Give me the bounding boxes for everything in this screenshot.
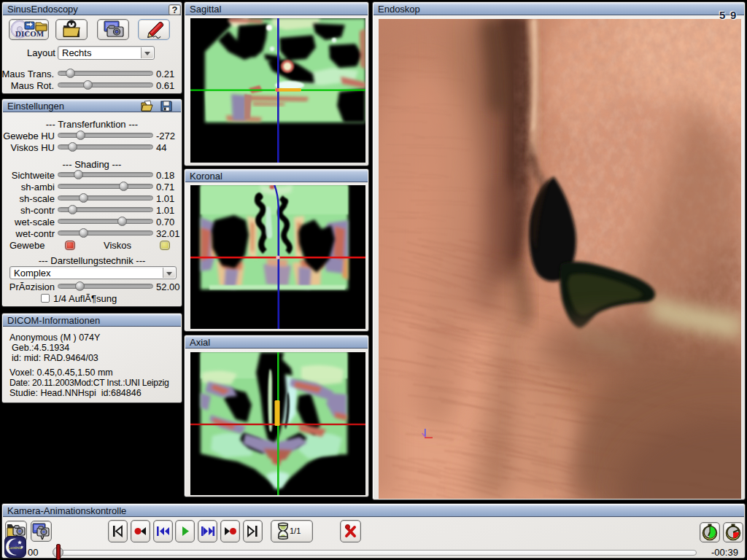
svg-text:DICOM: DICOM [15, 29, 44, 38]
svg-text:1/1: 1/1 [290, 526, 301, 535]
svg-text:Luxinia: Luxinia [8, 545, 23, 550]
